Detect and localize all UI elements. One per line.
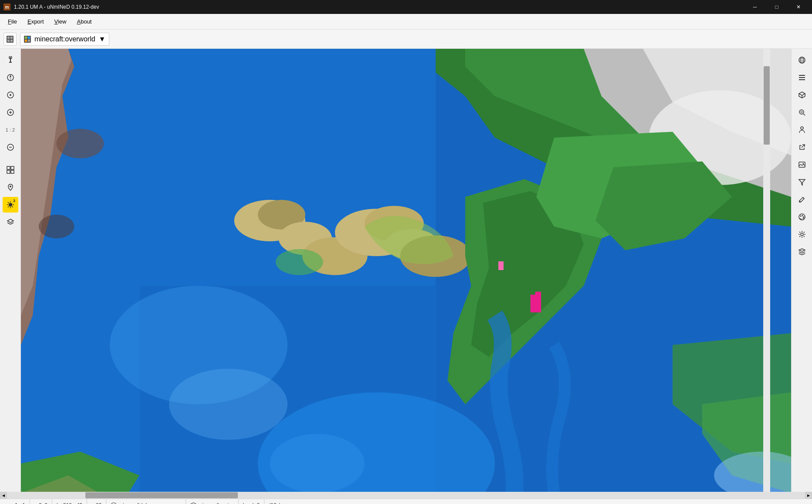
r-label: r bbox=[10, 502, 11, 504]
menu-bar: File Export View About bbox=[0, 14, 812, 30]
image-export-button[interactable] bbox=[794, 157, 810, 173]
b-value: -216, -42 bbox=[61, 502, 82, 504]
list-button[interactable] bbox=[794, 70, 810, 85]
svg-line-79 bbox=[803, 197, 804, 199]
palette-button[interactable] bbox=[794, 209, 810, 225]
svg-rect-26 bbox=[11, 170, 14, 173]
svg-rect-76 bbox=[799, 162, 805, 167]
svg-rect-25 bbox=[7, 170, 10, 173]
main-area: 1 : 2 bbox=[0, 49, 812, 492]
title-bar-text: 1.20.1 UM A - uNmINeD 0.19.12-dev bbox=[14, 4, 99, 10]
cube-button[interactable] bbox=[794, 87, 810, 103]
menu-file[interactable]: File bbox=[3, 17, 21, 27]
svg-line-75 bbox=[802, 145, 805, 148]
horizontal-scroll-thumb[interactable] bbox=[85, 492, 238, 498]
world-icon-button[interactable] bbox=[3, 33, 17, 46]
zoom-out-icon bbox=[7, 143, 14, 151]
follow-button[interactable] bbox=[3, 87, 18, 103]
svg-point-86 bbox=[801, 233, 803, 236]
level-value: 0 bbox=[257, 502, 260, 504]
svg-rect-66 bbox=[799, 75, 805, 76]
window-controls: ─ □ ✕ bbox=[745, 0, 809, 14]
image-export-icon bbox=[798, 161, 806, 169]
svg-rect-55 bbox=[535, 292, 541, 298]
filter-button[interactable] bbox=[794, 174, 810, 190]
pen-button[interactable] bbox=[794, 192, 810, 207]
y-value: 62 bbox=[96, 502, 102, 504]
layers-alt-button[interactable] bbox=[794, 244, 810, 260]
settings-icon bbox=[798, 230, 806, 238]
status-bar: r -1, -1 c 0, 0 b -216, -42 y 62 minecra… bbox=[0, 499, 812, 504]
maximize-button[interactable]: □ bbox=[767, 0, 787, 14]
overworld-icon bbox=[24, 36, 31, 43]
zoom-in-button[interactable] bbox=[3, 105, 18, 120]
cube-icon bbox=[798, 91, 806, 99]
grid-button[interactable] bbox=[3, 162, 18, 178]
block-icon bbox=[190, 502, 196, 504]
grid-icon bbox=[7, 166, 14, 174]
block-status: minecraft:water bbox=[186, 499, 239, 504]
zoom-in-icon bbox=[7, 108, 14, 116]
scroll-left-button[interactable]: ◀ bbox=[0, 492, 7, 499]
share-button[interactable] bbox=[794, 139, 810, 155]
world-dropdown[interactable]: minecraft:overworld ▼ bbox=[20, 33, 109, 46]
svg-rect-3 bbox=[7, 40, 10, 42]
layers-icon bbox=[7, 218, 14, 226]
svg-point-59 bbox=[169, 369, 288, 440]
layers-button[interactable] bbox=[3, 214, 18, 230]
block-value: minecraft:water bbox=[198, 502, 234, 504]
zoom-out-button[interactable] bbox=[3, 139, 18, 155]
svg-point-60 bbox=[270, 434, 365, 492]
svg-point-27 bbox=[10, 186, 11, 187]
svg-point-71 bbox=[799, 110, 804, 114]
settings-button[interactable] bbox=[794, 227, 810, 242]
horizontal-scrollbar[interactable]: ◀ ▶ bbox=[0, 492, 812, 499]
layers-sun-button[interactable]: 3 bbox=[3, 197, 18, 213]
menu-export[interactable]: Export bbox=[23, 17, 48, 27]
person-button[interactable] bbox=[794, 122, 810, 138]
close-button[interactable]: ✕ bbox=[788, 0, 809, 14]
svg-rect-8 bbox=[25, 40, 27, 42]
scroll-right-button[interactable]: ▶ bbox=[805, 492, 812, 499]
biome-status: minecraft:lukewarm_ocean bbox=[106, 499, 186, 504]
search-circle-button[interactable] bbox=[794, 105, 810, 120]
y-status: y 62 bbox=[87, 499, 106, 504]
svg-point-83 bbox=[802, 215, 803, 216]
svg-point-85 bbox=[802, 218, 804, 219]
level-status: level: 0 bbox=[239, 499, 265, 504]
block-coords-status: b -216, -42 bbox=[52, 499, 87, 504]
horizontal-scrollbar-track[interactable] bbox=[7, 492, 805, 499]
menu-view[interactable]: View bbox=[50, 17, 71, 27]
marker-button[interactable] bbox=[3, 179, 18, 195]
map-svg bbox=[21, 49, 791, 492]
menu-about[interactable]: About bbox=[73, 17, 96, 27]
compass-button[interactable] bbox=[3, 70, 18, 85]
c-value: 0, 0 bbox=[39, 502, 47, 504]
biome-icon bbox=[111, 502, 117, 504]
svg-rect-4 bbox=[10, 40, 13, 42]
pen-icon bbox=[798, 196, 806, 203]
left-sidebar: 1 : 2 bbox=[0, 49, 21, 492]
search-circle-icon bbox=[798, 108, 806, 116]
svg-rect-68 bbox=[799, 79, 805, 80]
b-label: b bbox=[57, 502, 60, 504]
region-status: r -1, -1 bbox=[5, 499, 30, 504]
follow-icon bbox=[7, 91, 14, 99]
svg-line-36 bbox=[8, 206, 9, 208]
svg-line-33 bbox=[8, 202, 9, 203]
minimize-button[interactable]: ─ bbox=[745, 0, 765, 14]
globe-icon bbox=[798, 56, 806, 64]
zoom-value: (10x) bbox=[269, 502, 281, 504]
svg-point-28 bbox=[9, 203, 12, 206]
svg-rect-6 bbox=[25, 37, 27, 39]
map-container[interactable] bbox=[21, 49, 791, 492]
svg-rect-9 bbox=[28, 40, 30, 42]
svg-marker-14 bbox=[10, 78, 11, 81]
world-small-icon bbox=[6, 35, 14, 43]
globe-button[interactable] bbox=[794, 52, 810, 68]
vertical-scrollbar[interactable] bbox=[763, 49, 770, 492]
vertical-scroll-thumb[interactable] bbox=[764, 66, 770, 145]
toolbar: minecraft:overworld ▼ bbox=[0, 30, 812, 49]
app-icon: m bbox=[3, 3, 10, 10]
pin-button[interactable] bbox=[3, 52, 18, 68]
